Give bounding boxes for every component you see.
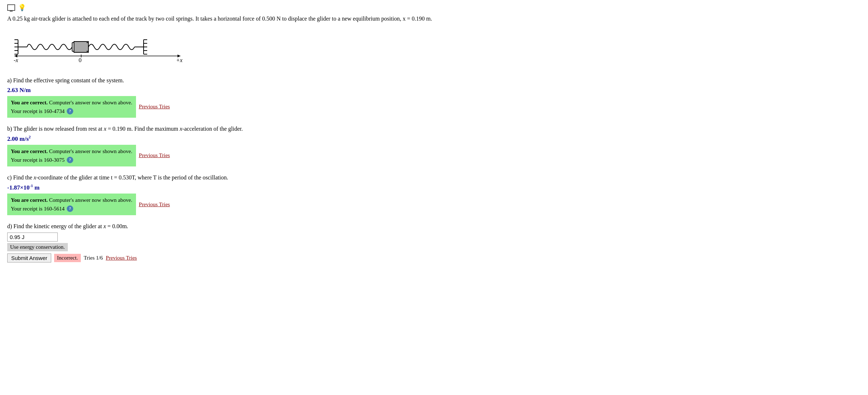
part-b-correct-box: You are correct. Computer's answer now s… [7,145,136,166]
part-a-help-icon[interactable]: ? [67,108,73,114]
svg-rect-10 [74,42,88,52]
svg-text:0: 0 [79,57,82,63]
screen-icon[interactable] [7,4,15,11]
part-b-computer-text: Computer's answer now shown above. [48,148,132,154]
part-a-correct-text: You are correct. [11,100,48,105]
part-b-correct-text: You are correct. [11,148,48,154]
part-d-question: d) Find the kinetic energy of the glider… [7,222,861,231]
part-c: c) Find the x-coordinate of the glider a… [7,173,861,215]
part-c-question: c) Find the x-coordinate of the glider a… [7,173,861,182]
part-c-help-icon[interactable]: ? [67,205,73,212]
part-a-receipt: Your receipt is 160-4734 [11,107,65,116]
lightbulb-icon[interactable]: 💡 [18,4,26,12]
part-b-help-icon[interactable]: ? [67,157,73,163]
svg-text:+x: +x [176,57,183,63]
part-b-question: b) The glider is now released from rest … [7,124,861,134]
part-a-computer-text: Computer's answer now shown above. [48,100,132,105]
part-a-previous-tries[interactable]: Previous Tries [139,104,170,110]
toolbar: 💡 [7,4,861,12]
part-a: a) Find the effective spring constant of… [7,76,861,118]
part-b-receipt: Your receipt is 160-3075 [11,156,65,164]
part-c-receipt: Your receipt is 160-5614 [11,204,65,213]
part-c-correct-box: You are correct. Computer's answer now s… [7,194,136,215]
part-a-answer: 2.63 N/m [7,87,861,94]
part-a-result-row: You are correct. Computer's answer now s… [7,96,861,118]
svg-text:-x: -x [14,57,18,63]
part-d-tries: Tries 1/6 [84,255,103,261]
part-c-computer-text: Computer's answer now shown above. [48,197,132,203]
part-b-answer: 2.00 m/s2 [7,135,861,143]
part-d-incorrect-badge: Incorrect. [54,254,81,262]
spring-diagram: -x 0 +x [7,29,188,69]
part-c-answer: -1.87×10-1 m [7,183,861,191]
part-b-previous-tries[interactable]: Previous Tries [139,152,170,159]
part-c-result-row: You are correct. Computer's answer now s… [7,194,861,215]
part-d-previous-tries[interactable]: Previous Tries [106,255,137,261]
part-b: b) The glider is now released from rest … [7,124,861,166]
part-a-question: a) Find the effective spring constant of… [7,76,861,85]
problem-statement: A 0.25 kg air-track glider is attached t… [7,14,861,23]
part-b-result-row: You are correct. Computer's answer now s… [7,145,861,166]
part-c-correct-text: You are correct. [11,197,48,203]
part-d-submit-button[interactable]: Submit Answer [7,253,51,262]
part-d: d) Find the kinetic energy of the glider… [7,222,861,262]
part-d-submit-row: Submit Answer Incorrect. Tries 1/6 Previ… [7,253,861,262]
part-d-input[interactable] [7,233,58,242]
part-d-hint: Use energy conservation. [7,243,68,251]
part-c-previous-tries[interactable]: Previous Tries [139,201,170,208]
diagram: -x 0 +x [7,29,861,69]
part-a-correct-box: You are correct. Computer's answer now s… [7,96,136,118]
